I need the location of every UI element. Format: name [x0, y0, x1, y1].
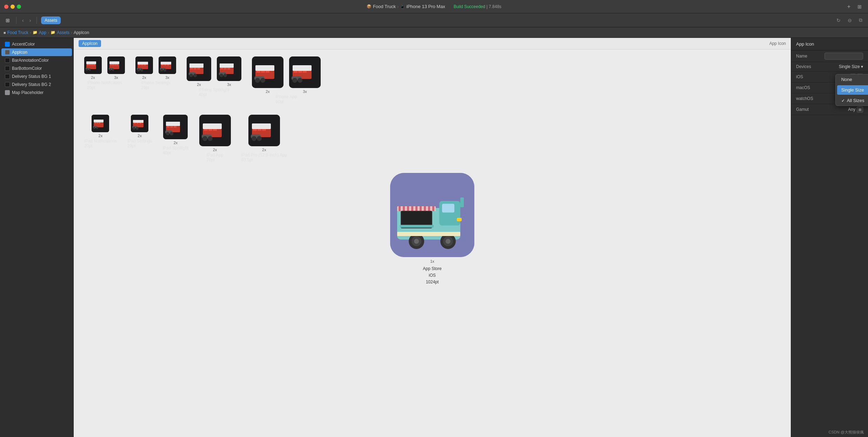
breadcrumb-assets[interactable]: Assets	[57, 30, 69, 35]
iphone-settings-group: 2x 3x iPhone Settings29pt	[135, 56, 176, 104]
ipad-row: 2x iPad Notifications20pt 2x iPad Settin…	[84, 115, 780, 162]
ipad-settings-label: iPad Settings29pt	[127, 139, 152, 148]
sidebar-item-deliverybg1[interactable]: Delivery Status BG 1	[1, 73, 72, 80]
svg-point-37	[163, 69, 166, 72]
sidebar-item-mapplaceholder[interactable]: Map Placeholder	[1, 89, 72, 96]
sidebar-item-barbottomcolor[interactable]: BarBottomColor	[1, 65, 72, 72]
gamut-control: Any ⊞	[848, 106, 863, 113]
breadcrumb-app[interactable]: App	[39, 30, 46, 35]
deliverybg1-swatch	[5, 74, 10, 79]
breadcrumb-sep-a: ›	[30, 30, 31, 35]
svg-point-9	[89, 69, 91, 71]
icon-slot-settings-3x[interactable]: 3x	[159, 56, 176, 80]
icon-slot-spotlight-3x[interactable]: 3x	[217, 56, 241, 87]
dropdown-item-none[interactable]: None	[836, 74, 868, 85]
settings-3x-scale: 3x	[165, 75, 169, 80]
dropdown-item-single[interactable]: Single Size	[837, 85, 868, 95]
icon-slot-ipad-pro[interactable]: 2x	[248, 115, 280, 152]
icon-slot-ipad-settings[interactable]: 2x	[131, 115, 148, 138]
breadcrumb-sep-c: ›	[71, 30, 72, 35]
back-button[interactable]: ‹	[21, 17, 25, 24]
add-target-button[interactable]: +	[845, 2, 853, 11]
iphone-spotlight-slots: 2x 3x	[187, 56, 241, 87]
svg-rect-97	[166, 122, 180, 126]
watermark: CSDN @大熊猫侯佩	[829, 430, 864, 435]
icon-slot-app-2x[interactable]: 2x	[252, 56, 283, 94]
toolbar-separator-1	[16, 17, 16, 24]
large-preview-label: App StoreiOS1024pt	[423, 265, 441, 286]
minimize-button[interactable]	[11, 5, 15, 9]
app-icon-right-label: App Icon	[769, 41, 786, 46]
app-icon-2x	[252, 56, 283, 88]
gamut-value: Any	[848, 107, 855, 112]
close-button[interactable]	[4, 5, 8, 9]
appiconset-label: AppIcon	[79, 40, 101, 47]
device-icon: 📱	[400, 4, 405, 9]
icon-slot-ipad-spotlight[interactable]: 2x	[163, 115, 188, 145]
refresh-button[interactable]: ↻	[834, 16, 843, 24]
panel-name-input[interactable]	[824, 53, 863, 60]
iphone-notification-label: iPhone Notification20pt	[87, 80, 122, 90]
svg-point-91	[136, 127, 139, 130]
svg-rect-115	[252, 123, 271, 129]
settings-2x-scale: 2x	[142, 75, 146, 80]
devices-value[interactable]: Single Size ▾	[839, 64, 863, 69]
icon-slot-notification-2x[interactable]: 2x	[84, 56, 102, 80]
svg-point-36	[160, 69, 163, 72]
svg-rect-16	[109, 61, 119, 64]
maximize-button[interactable]	[17, 5, 21, 9]
app-icon-3x	[289, 56, 321, 88]
large-preview-section: 1x App StoreiOS1024pt	[84, 173, 780, 286]
sidebar-item-accentcolor[interactable]: AccentColor	[1, 40, 72, 48]
panel-macos-label: macOS	[796, 85, 810, 90]
sidebar-item-accentcolor-label: AccentColor	[12, 42, 35, 47]
gamut-stepper[interactable]: ⊞	[857, 106, 863, 113]
content-area: AppIcon App Icon 2x	[74, 38, 791, 437]
notification-icon-2x	[84, 56, 102, 74]
build-succeeded-text: Build Succeeded	[454, 4, 485, 9]
icon-slot-app-3x[interactable]: 3x	[289, 56, 321, 94]
ipad-spotlight-label: iPad Spotlight40pt	[162, 146, 188, 155]
window-layout-button[interactable]: ⊞	[855, 3, 864, 11]
svg-rect-25	[138, 62, 148, 65]
svg-point-28	[140, 69, 143, 72]
mapplaceholder-swatch	[5, 90, 10, 95]
icon-slot-ipad-app[interactable]: 2x	[199, 115, 231, 152]
scheme-name[interactable]: Food Truck	[373, 4, 396, 9]
device-name[interactable]: iPhone 13 Pro Max	[406, 4, 445, 9]
ipad-notification-icon	[92, 115, 109, 132]
sidebar-item-barannotationcolor[interactable]: BarAnnotationColor	[1, 56, 72, 64]
assets-button[interactable]: Assets	[41, 16, 61, 24]
breadcrumb-food-truck[interactable]: Food Truck	[7, 30, 28, 35]
ipad-notification-group: 2x iPad Notifications20pt	[84, 115, 117, 162]
ipad-app-scale: 2x	[213, 148, 217, 152]
build-status: Build Succeeded | 7.848s	[454, 4, 501, 9]
minus-button[interactable]: ⊖	[846, 16, 854, 24]
spotlight-icon-2x	[187, 56, 211, 81]
large-icon-container[interactable]	[390, 173, 474, 257]
split-button[interactable]: ⧉	[857, 16, 864, 24]
svg-point-81	[93, 127, 95, 129]
iphone-notification-group: 2x 3x iPhone Notification20pt	[84, 56, 125, 104]
iphone-settings-label: iPhone Settings29pt	[141, 80, 171, 90]
icon-slot-ipad-notification[interactable]: 2x	[92, 115, 109, 138]
iphone-app-slots: 2x 3x	[252, 56, 321, 94]
ipad-notification-label: iPad Notifications20pt	[84, 139, 117, 148]
icon-slot-spotlight-2x[interactable]: 2x	[187, 56, 211, 87]
breadcrumb-appiconset: AppIcon	[74, 30, 89, 35]
iphone-app-label: iPhone App60pt	[275, 94, 297, 104]
large-preview-scale: 1x	[430, 259, 434, 263]
icon-slot-notification-3x[interactable]: 3x	[107, 56, 125, 80]
icon-slot-settings-2x[interactable]: 2x	[135, 56, 153, 80]
sidebar-item-deliverybg2-label: Delivery Status BG 2	[12, 82, 51, 87]
dropdown-item-all[interactable]: ✓ All Sizes	[836, 95, 868, 106]
svg-point-45	[189, 74, 193, 77]
grid-icon-button[interactable]: ⊞	[4, 16, 12, 24]
forward-button[interactable]: ›	[28, 17, 33, 24]
iphone-app-group: 2x 3x iPhone App60pt	[252, 56, 321, 104]
svg-point-135	[446, 239, 450, 244]
single-size-label: Single Size	[841, 87, 864, 93]
sidebar-item-appicon[interactable]: AppIcon	[1, 48, 72, 56]
watermark-text: CSDN @大熊猫侯佩	[829, 430, 864, 434]
sidebar-item-deliverybg2[interactable]: Delivery Status BG 2	[1, 81, 72, 88]
